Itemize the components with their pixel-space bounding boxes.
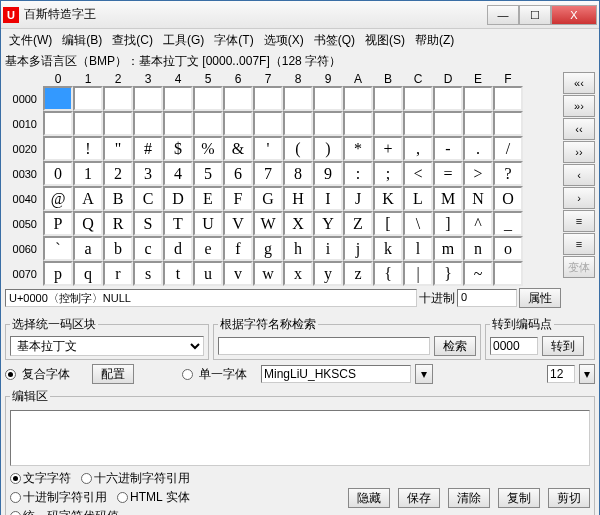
char-cell[interactable]: [ xyxy=(373,211,403,236)
char-cell[interactable] xyxy=(403,111,433,136)
font-size-dropdown[interactable]: ▾ xyxy=(579,364,595,384)
char-cell[interactable]: K xyxy=(373,186,403,211)
charmode-radio[interactable] xyxy=(117,492,128,503)
charmode-radio[interactable] xyxy=(10,492,21,503)
char-cell[interactable]: 4 xyxy=(163,161,193,186)
char-cell[interactable]: 2 xyxy=(103,161,133,186)
char-cell[interactable] xyxy=(43,136,73,161)
char-cell[interactable]: P xyxy=(43,211,73,236)
char-cell[interactable]: # xyxy=(133,136,163,161)
charmode-radio[interactable] xyxy=(10,473,21,484)
search-input[interactable] xyxy=(218,337,430,355)
single-font-radio[interactable] xyxy=(182,369,193,380)
char-cell[interactable]: - xyxy=(433,136,463,161)
char-cell[interactable]: L xyxy=(403,186,433,211)
nav-button[interactable]: »› xyxy=(563,95,595,117)
menu-item[interactable]: 字体(T) xyxy=(210,31,257,47)
char-cell[interactable]: X xyxy=(283,211,313,236)
char-cell[interactable]: j xyxy=(343,236,373,261)
char-cell[interactable]: e xyxy=(193,236,223,261)
char-cell[interactable]: f xyxy=(223,236,253,261)
char-cell[interactable]: d xyxy=(163,236,193,261)
char-cell[interactable]: G xyxy=(253,186,283,211)
char-cell[interactable]: ) xyxy=(313,136,343,161)
char-cell[interactable]: } xyxy=(433,261,463,286)
char-cell[interactable]: l xyxy=(403,236,433,261)
char-cell[interactable] xyxy=(373,111,403,136)
char-cell[interactable]: J xyxy=(343,186,373,211)
char-cell[interactable] xyxy=(433,86,463,111)
char-cell[interactable] xyxy=(163,86,193,111)
char-cell[interactable]: = xyxy=(433,161,463,186)
menu-item[interactable]: 工具(G) xyxy=(159,31,208,47)
char-cell[interactable]: b xyxy=(103,236,133,261)
char-cell[interactable] xyxy=(193,111,223,136)
char-cell[interactable]: p xyxy=(43,261,73,286)
goto-input[interactable] xyxy=(490,337,538,355)
char-cell[interactable]: B xyxy=(103,186,133,211)
char-cell[interactable]: q xyxy=(73,261,103,286)
char-cell[interactable] xyxy=(283,86,313,111)
close-button[interactable]: X xyxy=(551,5,597,25)
char-cell[interactable]: 5 xyxy=(193,161,223,186)
char-cell[interactable]: I xyxy=(313,186,343,211)
char-cell[interactable]: g xyxy=(253,236,283,261)
char-cell[interactable]: u xyxy=(193,261,223,286)
char-cell[interactable]: " xyxy=(103,136,133,161)
char-cell[interactable]: _ xyxy=(493,211,523,236)
action-button[interactable]: 剪切 xyxy=(548,488,590,508)
config-button[interactable]: 配置 xyxy=(92,364,134,384)
char-cell[interactable]: ! xyxy=(73,136,103,161)
char-cell[interactable] xyxy=(433,111,463,136)
char-cell[interactable]: / xyxy=(493,136,523,161)
nav-button[interactable]: ‹ xyxy=(563,164,595,186)
action-button[interactable]: 隐藏 xyxy=(348,488,390,508)
char-cell[interactable] xyxy=(373,86,403,111)
nav-button[interactable]: «‹ xyxy=(563,72,595,94)
char-cell[interactable] xyxy=(493,86,523,111)
char-cell[interactable] xyxy=(253,111,283,136)
char-cell[interactable]: ( xyxy=(283,136,313,161)
nav-button[interactable]: ›› xyxy=(563,141,595,163)
char-cell[interactable]: n xyxy=(463,236,493,261)
char-cell[interactable]: 6 xyxy=(223,161,253,186)
char-cell[interactable] xyxy=(103,111,133,136)
char-cell[interactable] xyxy=(493,111,523,136)
char-cell[interactable]: 1 xyxy=(73,161,103,186)
char-cell[interactable]: D xyxy=(163,186,193,211)
minimize-button[interactable]: — xyxy=(487,5,519,25)
composite-font-radio[interactable] xyxy=(5,369,16,380)
char-cell[interactable]: N xyxy=(463,186,493,211)
properties-button[interactable]: 属性 xyxy=(519,288,561,308)
char-cell[interactable]: r xyxy=(103,261,133,286)
block-select[interactable]: 基本拉丁文 xyxy=(10,336,204,356)
menu-item[interactable]: 帮助(Z) xyxy=(411,31,458,47)
char-cell[interactable]: v xyxy=(223,261,253,286)
char-cell[interactable] xyxy=(43,86,73,111)
char-cell[interactable]: $ xyxy=(163,136,193,161)
char-cell[interactable] xyxy=(133,111,163,136)
char-cell[interactable]: c xyxy=(133,236,163,261)
char-cell[interactable] xyxy=(133,86,163,111)
menu-item[interactable]: 编辑(B) xyxy=(58,31,106,47)
action-button[interactable]: 保存 xyxy=(398,488,440,508)
char-cell[interactable]: % xyxy=(193,136,223,161)
goto-button[interactable]: 转到 xyxy=(542,336,584,356)
char-cell[interactable]: ' xyxy=(253,136,283,161)
action-button[interactable]: 复制 xyxy=(498,488,540,508)
char-cell[interactable]: ] xyxy=(433,211,463,236)
charmode-radio[interactable] xyxy=(10,511,21,515)
char-cell[interactable]: C xyxy=(133,186,163,211)
char-cell[interactable]: V xyxy=(223,211,253,236)
menu-item[interactable]: 视图(S) xyxy=(361,31,409,47)
char-cell[interactable]: Y xyxy=(313,211,343,236)
char-cell[interactable]: H xyxy=(283,186,313,211)
char-cell[interactable] xyxy=(463,86,493,111)
char-cell[interactable]: T xyxy=(163,211,193,236)
char-cell[interactable]: U xyxy=(193,211,223,236)
char-cell[interactable]: @ xyxy=(43,186,73,211)
search-button[interactable]: 检索 xyxy=(434,336,476,356)
action-button[interactable]: 清除 xyxy=(448,488,490,508)
menu-item[interactable]: 选项(X) xyxy=(260,31,308,47)
char-cell[interactable] xyxy=(313,111,343,136)
